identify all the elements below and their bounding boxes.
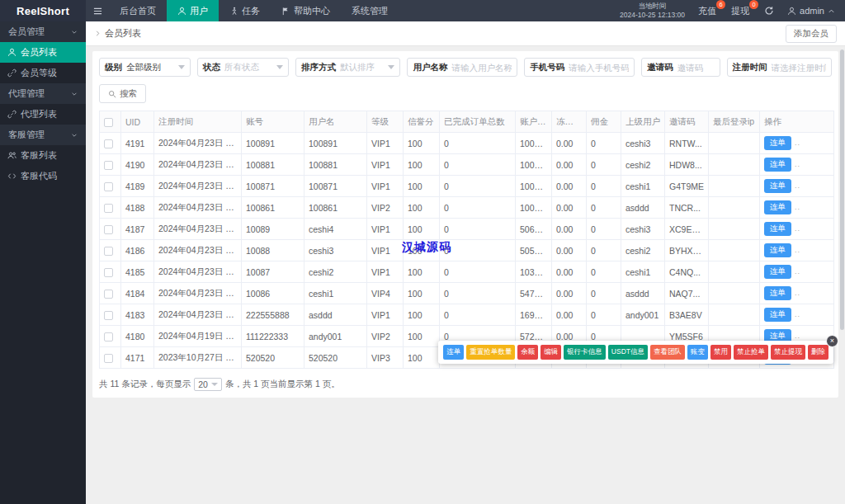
select-all-checkbox[interactable] (104, 118, 113, 127)
filter-phone[interactable]: 手机号码 (524, 58, 635, 77)
row-checkbox[interactable] (104, 311, 113, 320)
forbid-withdraw-button[interactable]: 禁止提现 (771, 345, 805, 360)
topnav-home[interactable]: 后台首页 (109, 0, 167, 21)
sidebar-item-member-list[interactable]: 会员列表 (0, 42, 86, 63)
dispatch-order-button[interactable]: 连单 (764, 158, 791, 172)
edit-button[interactable]: 编辑 (541, 345, 561, 360)
close-icon[interactable]: × (826, 335, 838, 347)
cell-credit: 100 (404, 176, 440, 197)
row-checkbox-cell (100, 133, 121, 154)
bank-card-info-button[interactable]: 银行卡信息 (564, 345, 606, 360)
dispatch-order-button[interactable]: 连单 (764, 200, 791, 214)
more-actions[interactable]: .. (795, 267, 800, 276)
filter-phone-input[interactable] (569, 63, 629, 73)
cell-account: 10088 (242, 240, 304, 261)
admin-menu[interactable]: admin (787, 6, 835, 16)
disable-button[interactable]: 禁用 (710, 345, 731, 360)
search-button[interactable]: 搜索 (99, 84, 146, 103)
filter-status-value: 所有状态 (224, 62, 272, 73)
delete-button[interactable]: 删除 (808, 345, 828, 360)
chevron-down-icon (211, 383, 218, 386)
dispatch-order-button[interactable]: 连单 (764, 222, 791, 236)
cell-uid: 4187 (121, 219, 154, 240)
cell-account: 10087 (242, 261, 304, 283)
more-actions[interactable]: .. (795, 332, 800, 340)
row-checkbox[interactable] (104, 182, 113, 191)
filter-register-time[interactable]: 注册时间 (727, 58, 832, 77)
filter-username[interactable]: 用户名称 (407, 58, 517, 77)
cell-orders: 0 (440, 133, 516, 154)
row-checkbox[interactable] (104, 161, 113, 170)
filter-invite-code-input[interactable] (677, 63, 715, 73)
topnav-tasks[interactable]: 任务 (219, 0, 271, 21)
dispatch-order-button[interactable]: 连单 (764, 243, 791, 257)
menu-toggle[interactable] (86, 0, 109, 21)
sidebar-item-service-code[interactable]: 客服代码 (0, 166, 86, 186)
row-checkbox[interactable] (104, 354, 113, 363)
row-checkbox[interactable] (104, 268, 113, 277)
row-checkbox[interactable] (104, 139, 113, 148)
row-checkbox[interactable] (104, 290, 113, 299)
dispatch-order-button[interactable]: 连单 (764, 179, 791, 193)
forbid-grab-button[interactable]: 禁止抢单 (734, 345, 768, 360)
table-row: 41882024年04月23日 23:45:46100861100861VIP2… (100, 197, 834, 219)
filter-register-time-input[interactable] (772, 63, 826, 73)
cell-orders: 0 (440, 219, 516, 240)
more-actions[interactable]: .. (795, 160, 800, 168)
dispatch-order-button[interactable]: 连单 (764, 136, 791, 150)
more-actions[interactable]: .. (795, 181, 800, 190)
column-header: UID (121, 111, 154, 133)
filter-level[interactable]: 级别全部级别 (99, 58, 191, 77)
sidebar-item-label: 会员等级 (21, 67, 57, 79)
page-size-select[interactable]: 20 (194, 378, 222, 391)
sidebar-group-service-management[interactable]: 客服管理 (0, 125, 86, 145)
more-actions[interactable]: .. (795, 246, 800, 254)
filter-username-input[interactable] (451, 63, 512, 73)
refresh-icon[interactable] (764, 6, 774, 16)
cell-credit: 100 (404, 347, 440, 369)
sidebar-item-member-level[interactable]: 会员等级 (0, 63, 86, 83)
row-checkbox[interactable] (104, 247, 113, 256)
sidebar-item-agent-list[interactable]: 代理列表 (0, 104, 86, 125)
filter-sort[interactable]: 排序方式默认排序 (295, 58, 400, 77)
add-member-button[interactable]: 添加会员 (786, 25, 837, 43)
admin-name: admin (800, 6, 824, 16)
more-actions[interactable]: .. (795, 224, 800, 233)
cell-credit: 100 (404, 154, 440, 176)
sidebar-item-service-list[interactable]: 客服列表 (0, 145, 86, 166)
recharge-link[interactable]: 充值 6 (698, 5, 718, 17)
topnav-help-center[interactable]: 帮助中心 (271, 0, 341, 21)
balance-button[interactable]: 余额 (517, 345, 538, 360)
view-team-button[interactable]: 查看团队 (650, 345, 685, 360)
dispatch-order-button[interactable]: 连单 (764, 286, 791, 300)
balance-log-button[interactable]: 账变 (687, 345, 708, 360)
dispatch-order-button[interactable]: 连单 (764, 308, 791, 322)
more-actions[interactable]: .. (795, 310, 800, 318)
topnav-users[interactable]: 用户 (167, 0, 219, 21)
more-actions[interactable]: .. (795, 289, 800, 297)
row-checkbox[interactable] (104, 225, 113, 234)
reset-grab-count-button[interactable]: 重置抢单数量 (466, 345, 515, 360)
more-actions[interactable]: .. (795, 203, 800, 211)
sidebar-item-label: 客服管理 (8, 129, 45, 141)
cell-reg_time: 2024年04月19日 22:15:33 (154, 326, 242, 347)
topnav-system[interactable]: 系统管理 (341, 0, 399, 21)
row-checkbox-cell (100, 326, 121, 347)
filter-status[interactable]: 状态所有状态 (197, 58, 289, 77)
sidebar-group-member-management[interactable]: 会员管理 (0, 21, 86, 42)
cell-orders: 0 (440, 283, 516, 304)
cell-uid: 4191 (121, 133, 154, 154)
dispatch-order-button[interactable]: 连单 (443, 345, 464, 360)
chevron-up-icon (828, 7, 835, 15)
withdraw-link[interactable]: 提现 0 (731, 5, 751, 17)
sidebar-group-agent-management[interactable]: 代理管理 (0, 83, 86, 104)
dispatch-order-button[interactable]: 连单 (764, 265, 791, 279)
app-window: ReelShort 后台首页用户任务帮助中心系统管理 当地时间 2024-10-… (0, 0, 845, 504)
row-checkbox[interactable] (104, 204, 113, 213)
usdt-info-button[interactable]: USDT信息 (608, 345, 648, 360)
scrollbar-thumb[interactable] (840, 49, 844, 330)
more-actions[interactable]: .. (795, 139, 800, 147)
filter-invite-code[interactable]: 邀请码 (641, 58, 720, 77)
row-checkbox[interactable] (104, 332, 113, 341)
cell-last_ip (709, 176, 760, 197)
